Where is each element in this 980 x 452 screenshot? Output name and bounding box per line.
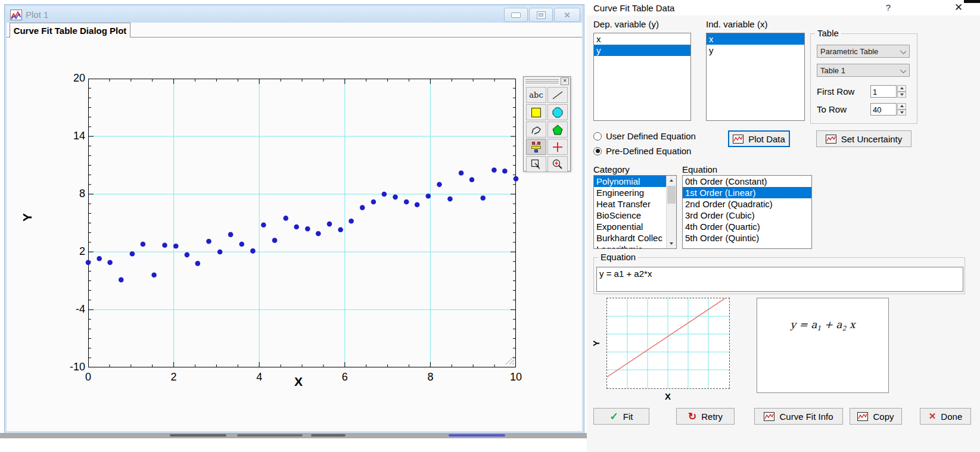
polygon-tool-button[interactable]: [547, 121, 568, 138]
x-tick-label: 8: [416, 371, 444, 384]
fit-label: Fit: [623, 412, 633, 422]
red-cross-icon: [551, 141, 564, 153]
zoom-tool-button[interactable]: [547, 156, 568, 172]
to-row-input[interactable]: [870, 103, 897, 116]
equation-list-label: Equation: [682, 164, 717, 174]
plot-window: Plot 1 ✕ Curve Fit Table Dialog Plot -10…: [5, 5, 584, 433]
maximize-button[interactable]: [529, 8, 553, 22]
polyline-tool-button[interactable]: [526, 121, 546, 138]
pentagon-icon: [551, 124, 564, 136]
list-item[interactable]: Exponential: [594, 221, 667, 232]
list-item[interactable]: 1st Order (Linear): [683, 187, 811, 198]
list-item[interactable]: Engineering: [594, 187, 667, 198]
fit-preview-chart: [607, 298, 729, 388]
done-button[interactable]: ✕ Done: [920, 408, 971, 425]
to-row-down-button[interactable]: [897, 110, 906, 116]
first-row-input[interactable]: [870, 85, 897, 98]
first-row-spinner: [870, 85, 906, 98]
copy-label: Copy: [873, 412, 894, 422]
plot-data-button[interactable]: Plot Data: [728, 130, 790, 147]
first-row-up-button[interactable]: [897, 85, 906, 92]
background-text-smudge: [449, 434, 505, 437]
y-tick-label: 14: [55, 130, 85, 142]
polyline-icon: [530, 124, 543, 136]
list-item[interactable]: Polynomial: [594, 176, 667, 187]
category-list: Polynomial Engineering Heat Transfer Bio…: [593, 175, 677, 249]
table-type-dropdown[interactable]: Parametric Table: [817, 45, 910, 58]
preview-y-label: Y: [591, 340, 601, 346]
plot-window-titlebar[interactable]: Plot 1: [7, 7, 582, 23]
user-defined-equation-radio[interactable]: User Defined Equation: [593, 131, 696, 141]
list-item[interactable]: Heat Transfer: [594, 198, 667, 210]
list-item[interactable]: Logarithmic: [594, 244, 667, 249]
align-icon: [530, 141, 543, 153]
radio-icon: [593, 132, 602, 141]
list-item[interactable]: 2nd Order (Quadratic): [683, 198, 811, 210]
pre-defined-equation-radio[interactable]: Pre-Defined Equation: [593, 146, 691, 156]
table-name-value: Table 1: [820, 66, 845, 75]
align-tool-button[interactable]: [526, 139, 546, 155]
tab-curve-fit-table-dialog-plot[interactable]: Curve Fit Table Dialog Plot: [10, 23, 130, 38]
equation-groupbox: Equation y = a1 + a2*x: [593, 257, 965, 294]
category-scrollbar[interactable]: [666, 176, 676, 248]
palette-titlebar[interactable]: ✕: [524, 77, 570, 85]
scroll-down-button[interactable]: [667, 239, 676, 248]
first-row-label: First Row: [817, 86, 854, 96]
check-icon: ✓: [610, 410, 618, 423]
plot-icon: [857, 412, 868, 421]
dialog-close-button[interactable]: ✕: [951, 1, 966, 14]
line-tool-button[interactable]: [547, 87, 568, 103]
list-item[interactable]: 5th Order (Quintic): [683, 232, 811, 244]
x-tick-label: 10: [502, 371, 530, 384]
set-uncertainty-button[interactable]: Set Uncertainty: [816, 130, 911, 147]
list-item[interactable]: 3rd Order (Cubic): [683, 210, 811, 221]
list-item[interactable]: y: [707, 45, 804, 56]
list-item[interactable]: BioScience: [594, 210, 667, 221]
palette-close-button[interactable]: ✕: [561, 77, 569, 85]
palette-grip[interactable]: [525, 79, 559, 84]
dialog-title: Curve Fit Table Data: [593, 3, 674, 13]
ellipse-tool-button[interactable]: [547, 104, 568, 120]
move-plot-tool-button[interactable]: [526, 156, 546, 172]
retry-button[interactable]: ↻ Retry: [676, 408, 735, 425]
scrollbar-thumb[interactable]: [667, 186, 676, 204]
chevron-down-icon: [900, 48, 906, 54]
scatter-plot: [88, 79, 516, 367]
x-tick-label: 0: [74, 371, 102, 384]
fit-preview-plot: [606, 298, 730, 389]
to-row-label: To Row: [817, 104, 847, 114]
list-item[interactable]: 4th Order (Quartic): [683, 221, 811, 232]
minimize-button[interactable]: [504, 8, 528, 22]
text-tool-button[interactable]: abc: [526, 87, 546, 103]
list-item[interactable]: y: [594, 45, 690, 56]
first-row-down-button[interactable]: [897, 92, 906, 98]
list-item[interactable]: 0th Order (Constant): [683, 176, 811, 187]
dep-variable-list: x y: [593, 33, 691, 121]
equation-preview-text: y = a1 + a2 x: [757, 319, 888, 332]
list-item[interactable]: x: [594, 33, 690, 45]
x-axis-label: X: [275, 375, 322, 389]
plot-icon: [826, 135, 836, 144]
minimize-icon: [511, 13, 521, 18]
rectangle-tool-button[interactable]: [526, 104, 546, 120]
crosshair-tool-button[interactable]: [547, 139, 568, 155]
close-button[interactable]: ✕: [554, 8, 580, 22]
chevron-down-icon: [900, 67, 906, 73]
help-button[interactable]: ?: [882, 2, 894, 13]
curve-fit-dialog: Curve Fit Table Data ? ✕ Dep. variable (…: [587, 0, 980, 452]
list-item[interactable]: x: [707, 33, 804, 45]
retry-icon: ↻: [688, 410, 696, 423]
background-window-sliver: [0, 433, 587, 438]
scroll-up-button[interactable]: [667, 176, 676, 185]
list-item[interactable]: Burkhardt Collec: [594, 232, 667, 244]
fit-button[interactable]: ✓ Fit: [593, 408, 649, 425]
to-row-up-button[interactable]: [897, 103, 906, 110]
done-label: Done: [941, 412, 962, 422]
table-name-dropdown[interactable]: Table 1: [817, 64, 910, 77]
plot-window-icon: [10, 10, 22, 20]
equation-input[interactable]: y = a1 + a2*x: [596, 267, 963, 292]
curve-fit-info-button[interactable]: Curve Fit Info: [754, 408, 843, 425]
plot-window-title: Plot 1: [26, 10, 48, 20]
copy-button[interactable]: Copy: [850, 408, 902, 425]
table-type-value: Parametric Table: [820, 47, 878, 56]
